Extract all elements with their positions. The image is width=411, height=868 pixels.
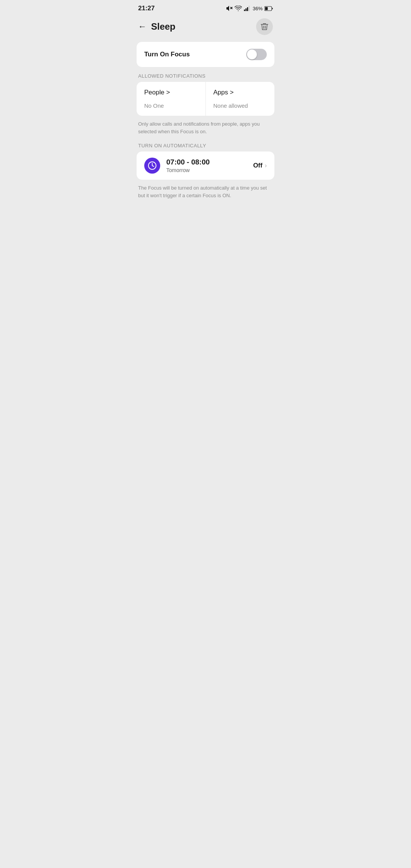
notifications-description: Only allow calls and notifications from …	[131, 119, 280, 143]
battery-icon	[264, 6, 273, 11]
header: ← Sleep	[131, 15, 280, 42]
turn-on-focus-label: Turn On Focus	[144, 51, 190, 58]
status-time: 21:27	[138, 5, 155, 12]
delete-button[interactable]	[256, 18, 273, 35]
schedule-right: Off ›	[253, 162, 267, 169]
wifi-icon: ↑↓	[234, 6, 242, 11]
battery-percentage: 36%	[253, 6, 263, 11]
status-icons: ↑↓ 36%	[226, 5, 273, 11]
allowed-notifications-label: ALLOWED NOTIFICATIONS	[131, 73, 280, 82]
header-left: ← Sleep	[138, 21, 175, 32]
status-bar: 21:27 ↑↓ 36%	[131, 0, 280, 15]
schedule-time: 07:00 - 08:00	[166, 158, 253, 166]
svg-text:↑↓: ↑↓	[241, 6, 242, 9]
back-button[interactable]: ←	[138, 22, 147, 32]
apps-title: Apps >	[213, 89, 267, 96]
svg-rect-6	[249, 6, 250, 11]
svg-rect-8	[265, 7, 268, 10]
svg-rect-3	[244, 10, 245, 11]
notifications-card: People > No One Apps > None allowed	[137, 82, 274, 116]
page-title: Sleep	[151, 21, 175, 32]
schedule-info: 07:00 - 08:00 Tomorrow	[166, 158, 253, 173]
schedule-status: Off	[253, 162, 263, 169]
auto-description: The Focus will be turned on automaticall…	[131, 183, 280, 207]
focus-toggle[interactable]	[246, 49, 267, 60]
schedule-card[interactable]: 07:00 - 08:00 Tomorrow Off ›	[137, 152, 274, 180]
turn-on-focus-card: Turn On Focus	[137, 42, 274, 67]
clock-icon-wrap	[144, 158, 160, 174]
schedule-day: Tomorrow	[166, 167, 253, 173]
signal-icon	[244, 6, 251, 11]
mute-icon	[226, 5, 233, 11]
svg-rect-4	[245, 8, 247, 11]
people-value: No One	[144, 102, 198, 109]
clock-icon	[148, 161, 157, 170]
chevron-right-icon: ›	[265, 162, 267, 169]
apps-value: None allowed	[213, 102, 267, 109]
svg-rect-5	[247, 7, 248, 11]
apps-section[interactable]: Apps > None allowed	[206, 82, 275, 116]
auto-section-label: TURN ON AUTOMATICALLY	[131, 143, 280, 152]
trash-icon	[261, 22, 268, 31]
people-title: People >	[144, 89, 198, 96]
people-section[interactable]: People > No One	[137, 82, 206, 116]
toggle-knob	[247, 49, 257, 59]
